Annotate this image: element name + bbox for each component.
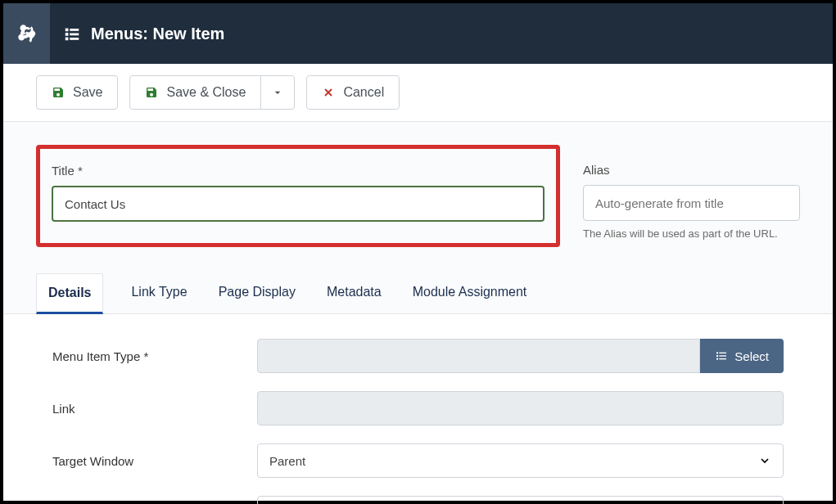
tab-details[interactable]: Details <box>36 273 103 314</box>
menu-item-type-label: Menu Item Type * <box>52 349 257 363</box>
alias-column: Alias The Alias will be used as part of … <box>583 145 800 247</box>
menu-item-type-row: Menu Item Type * Select <box>52 339 784 373</box>
target-window-value: Parent <box>269 454 305 468</box>
alias-label: Alias <box>583 163 800 177</box>
save-close-group: Save & Close <box>129 75 295 110</box>
alias-input[interactable] <box>583 185 800 221</box>
title-alias-row: Title * Alias The Alias will be used as … <box>3 122 833 273</box>
close-icon <box>322 86 335 99</box>
svg-rect-3 <box>70 34 79 36</box>
tabs: Details Link Type Page Display Metadata … <box>3 273 833 314</box>
page-heading: Menus: New Item <box>50 25 224 43</box>
app-frame: Menus: New Item Save Save & Close Cancel… <box>0 0 836 504</box>
title-input[interactable] <box>52 186 545 222</box>
page-title: Menus: New Item <box>91 25 224 43</box>
tab-metadata[interactable]: Metadata <box>323 273 385 313</box>
tab-page-display[interactable]: Page Display <box>215 273 299 313</box>
select-button-label: Select <box>734 349 769 363</box>
svg-rect-2 <box>66 33 69 36</box>
save-close-button[interactable]: Save & Close <box>129 75 261 110</box>
menu-item-type-field <box>257 339 700 373</box>
list-icon <box>63 25 81 43</box>
svg-rect-11 <box>720 358 727 359</box>
save-button-label: Save <box>73 85 102 100</box>
save-icon <box>52 86 65 99</box>
select-type-button[interactable]: Select <box>700 339 784 373</box>
title-highlight: Title * <box>36 145 560 247</box>
link-row: Link <box>52 391 784 425</box>
svg-rect-7 <box>720 353 727 353</box>
title-label: Title * <box>52 164 545 178</box>
header-bar: Menus: New Item <box>3 3 833 64</box>
joomla-icon <box>16 22 38 45</box>
alias-helper: The Alias will be used as part of the UR… <box>583 227 800 240</box>
template-style-row: Template Style - Use Default - <box>52 496 784 504</box>
save-button[interactable]: Save <box>36 75 118 110</box>
cancel-button-label: Cancel <box>343 85 384 100</box>
svg-rect-9 <box>720 355 727 356</box>
chevron-down-icon <box>758 454 771 467</box>
save-close-label: Save & Close <box>166 85 246 100</box>
cancel-button[interactable]: Cancel <box>306 75 400 110</box>
template-style-select[interactable]: - Use Default - <box>257 496 784 504</box>
link-label: Link <box>52 402 257 416</box>
svg-rect-5 <box>70 38 79 40</box>
target-window-label: Target Window <box>52 454 257 468</box>
svg-rect-1 <box>70 29 79 31</box>
logo-tile[interactable] <box>3 3 50 64</box>
target-window-select[interactable]: Parent <box>257 443 784 478</box>
svg-rect-10 <box>716 358 718 360</box>
tab-module-assignment[interactable]: Module Assignment <box>409 273 531 313</box>
tab-link-type[interactable]: Link Type <box>128 273 190 313</box>
link-field <box>257 391 784 425</box>
save-icon <box>145 86 158 99</box>
list-icon <box>715 349 728 362</box>
svg-rect-6 <box>716 352 718 353</box>
toolbar: Save Save & Close Cancel <box>3 64 833 122</box>
svg-rect-4 <box>66 38 69 41</box>
chevron-down-icon <box>271 86 284 99</box>
svg-rect-8 <box>716 355 718 357</box>
target-window-row: Target Window Parent <box>52 443 784 478</box>
svg-rect-0 <box>66 29 69 32</box>
details-panel: Menu Item Type * Select Link Target Wind… <box>3 314 833 504</box>
save-close-dropdown[interactable] <box>260 75 295 110</box>
